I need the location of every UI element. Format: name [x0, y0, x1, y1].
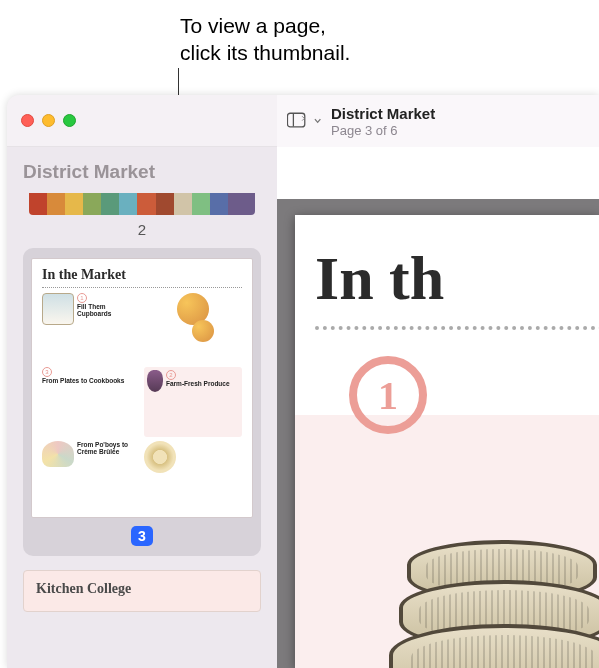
document-title: District Market [331, 105, 435, 122]
page-dotted-rule [315, 326, 599, 330]
section-number: 3 [42, 367, 52, 377]
page-thumbnail-4-partial[interactable]: Kitchen College [23, 570, 261, 612]
page-thumbnail-2-partial[interactable] [29, 193, 255, 215]
thumbnail-content-grid: 1 Fill Them Cupboards 3 From Plates to C [42, 293, 242, 511]
page-headline: In th [315, 243, 599, 314]
sidebar-document-title: District Market [23, 161, 261, 183]
jar-illustration [329, 508, 599, 668]
section-title: From Po'boys to Crème Brûlée [77, 441, 140, 455]
jar-icon [42, 293, 74, 325]
thumbnail-section: 1 Fill Them Cupboards [42, 293, 140, 363]
thumbnail-section: 3 From Plates to Cookbooks [42, 367, 140, 437]
thumbnail-section: 2 Farm-Fresh Produce [144, 367, 242, 437]
oranges-icon [192, 320, 214, 342]
annotation-line2: click its thumbnail. [180, 39, 350, 66]
toolbar: District Market Page 3 of 6 [277, 95, 599, 147]
section-title: Fill Them Cupboards [77, 303, 140, 317]
canvas-background: In th 1 [277, 199, 599, 668]
thumbnail-section [144, 441, 242, 511]
section-title: Farm-Fresh Produce [166, 380, 239, 387]
app-window: District Market Page 3 of 6 District Mar… [7, 95, 599, 668]
fullscreen-button[interactable] [63, 114, 76, 127]
close-button[interactable] [21, 114, 34, 127]
selected-page-badge: 3 [131, 526, 153, 546]
help-annotation: To view a page, click its thumbnail. [180, 12, 350, 67]
section-number: 2 [166, 370, 176, 380]
thumbnail-heading: In the Market [42, 267, 242, 283]
bowls-icon [42, 441, 74, 467]
section-number-callout: 1 [349, 356, 427, 434]
thumbnail-divider [42, 287, 242, 288]
page-indicator: Page 3 of 6 [331, 123, 435, 138]
pie-icon [144, 441, 176, 473]
minimize-button[interactable] [42, 114, 55, 127]
section-title: From Plates to Cookbooks [42, 377, 140, 384]
thumbnail-section [144, 293, 242, 363]
page-number-2: 2 [23, 221, 261, 238]
thumbnail-preview: In the Market 1 Fill Them Cupboards [31, 258, 253, 518]
thumbnails-sidebar: District Market 2 In the Market 1 Fill T… [7, 147, 277, 668]
eggplant-icon [147, 370, 163, 392]
sidebar-icon [287, 112, 311, 130]
chevron-down-icon [314, 118, 321, 124]
main-document-pane: In th 1 [277, 147, 599, 668]
thumbnail-section: From Po'boys to Crème Brûlée [42, 441, 140, 511]
document-meta: District Market Page 3 of 6 [331, 105, 435, 138]
page-thumbnail-3-selected[interactable]: In the Market 1 Fill Them Cupboards [23, 248, 261, 556]
annotation-line1: To view a page, [180, 12, 350, 39]
document-page[interactable]: In th 1 [295, 215, 599, 668]
sidebar-toggle-button[interactable] [287, 107, 321, 135]
section-number: 1 [77, 293, 87, 303]
thumbnail-heading: Kitchen College [36, 581, 248, 597]
window-controls [21, 114, 76, 127]
callout-number: 1 [378, 372, 398, 419]
